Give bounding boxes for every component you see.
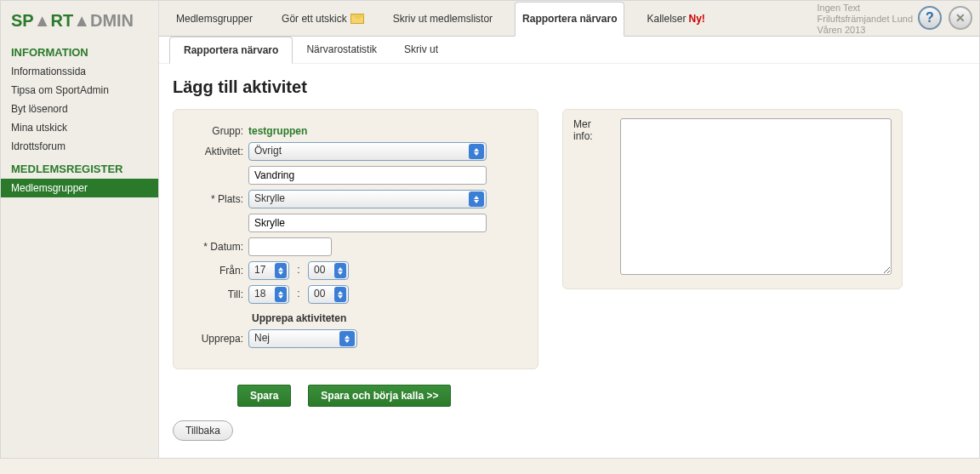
plats-select[interactable]: Skrylle [248,190,487,208]
upprepa-label: Upprepa: [187,333,248,345]
topnav-kallelser[interactable]: Kallelser Ny! [640,1,711,36]
topnav-kallelser-label: Kallelser [647,13,686,25]
topnav-gor-utskick-label: Gör ett utskick [282,13,347,25]
fran-min-spin[interactable]: 00 [308,261,349,280]
spin-arrows-icon [334,263,346,278]
row-aktivitet-text [187,166,524,185]
spara-kalla-button[interactable]: Spara och börja kalla >> [308,385,451,407]
plats-select-value: Skrylle [254,192,285,204]
form-panel: Grupp: testgruppen Aktivitet: Övrigt [173,109,538,369]
row-fran: Från: 17 : 00 [187,261,524,280]
upprepa-select-value: Nej [254,332,270,344]
fran-hour-spin[interactable]: 17 [248,261,289,280]
till-min-value: 00 [314,288,325,300]
datum-input[interactable] [248,237,332,256]
dropdown-arrows-icon [469,191,484,207]
sidebar-item-idrottsforum[interactable]: Idrottsforum [1,137,158,156]
grupp-value: testgruppen [248,125,524,137]
fran-label: Från: [187,265,248,277]
sidebar: SP▲RT▲DMIN INFORMATION Informationssida … [1,1,158,458]
row-plats: * Plats: Skrylle [187,190,524,208]
sidebar-item-informationssida[interactable]: Informationssida [1,62,158,81]
aktivitet-select[interactable]: Övrigt [248,142,487,161]
user-line1: Ingen Text [818,3,914,14]
sidebar-item-medlemsgrupper[interactable]: Medlemsgrupper [1,179,158,197]
tillbaka-button[interactable]: Tillbaka [173,420,233,441]
user-line2: Friluftsfrämjandet Lund [818,14,914,25]
spara-button[interactable]: Spara [237,385,291,407]
button-row: Spara Spara och börja kalla >> [237,385,966,407]
spin-arrows-icon [275,263,287,278]
user-line3: Våren 2013 [818,25,914,36]
content: Lägg till aktivitet Grupp: testgruppen A… [159,64,979,458]
aktivitet-select-value: Övrigt [254,145,282,157]
topnav-gor-utskick[interactable]: Gör ett utskick [275,1,371,36]
topnav-skriv-ut-listor[interactable]: Skriv ut medlemslistor [386,1,499,36]
row-aktivitet: Aktivitet: Övrigt [187,142,524,161]
till-label: Till: [187,288,248,300]
subtab-narvarostatistik[interactable]: Närvarostatistik [293,37,390,63]
mer-info-textarea[interactable] [620,118,892,275]
dropdown-arrows-icon [339,331,355,346]
user-info: Ingen Text Friluftsfrämjandet Lund Våren… [818,3,914,37]
spin-arrows-icon [334,287,346,302]
envelope-icon [350,14,364,24]
logo: SP▲RT▲DMIN [1,8,158,39]
topnav-medlemsgrupper[interactable]: Medlemsgrupper [169,1,259,36]
grupp-label: Grupp: [187,125,248,137]
row-plats-text [187,214,524,232]
spin-arrows-icon [275,287,287,302]
dropdown-arrows-icon [469,144,484,159]
till-hour-value: 18 [254,288,265,300]
columns: Grupp: testgruppen Aktivitet: Övrigt [173,109,966,369]
plats-text-input[interactable] [248,214,487,232]
topbar: Medlemsgrupper Gör ett utskick Skriv ut … [159,1,979,37]
fran-hour-value: 17 [254,264,265,276]
row-till: Till: 18 : 00 [187,285,524,304]
till-min-spin[interactable]: 00 [308,285,349,304]
info-panel: Mer info: [562,109,903,289]
row-datum: * Datum: [187,237,524,256]
sidebar-item-byt-losenord[interactable]: Byt lösenord [1,100,158,118]
page-title: Lägg till aktivitet [173,77,966,97]
topnav-ny-badge: Ny! [689,13,705,25]
plats-label: * Plats: [187,193,248,205]
aktivitet-text-input[interactable] [248,166,487,185]
fran-min-value: 00 [314,264,325,276]
close-icon: ✕ [955,11,966,25]
upprepa-select[interactable]: Nej [248,329,357,348]
subtabs: Rapportera närvaro Närvarostatistik Skri… [159,37,979,64]
sidebar-item-mina-utskick[interactable]: Mina utskick [1,118,158,137]
upprepa-heading: Upprepa aktiviteten [252,312,524,324]
mer-info-label: Mer info: [573,118,613,275]
close-button[interactable]: ✕ [949,6,972,30]
subtab-rapportera[interactable]: Rapportera närvaro [169,37,293,64]
topnav-rapportera[interactable]: Rapportera närvaro [515,2,624,37]
main-area: Medlemsgrupper Gör ett utskick Skriv ut … [158,1,979,458]
topnav: Medlemsgrupper Gör ett utskick Skriv ut … [169,1,712,36]
row-grupp: Grupp: testgruppen [187,125,524,137]
help-button[interactable]: ? [918,6,942,30]
datum-label: * Datum: [187,241,248,253]
till-hour-spin[interactable]: 18 [248,285,289,304]
row-upprepa: Upprepa: Nej [187,329,524,348]
aktivitet-label: Aktivitet: [187,146,248,157]
subtab-skriv-ut[interactable]: Skriv ut [390,37,452,63]
sidebar-heading-register: MEDLEMSREGISTER [1,156,158,179]
sidebar-item-tipsa[interactable]: Tipsa om SportAdmin [1,81,158,100]
help-icon: ? [926,10,934,26]
sidebar-heading-information: INFORMATION [1,39,158,62]
